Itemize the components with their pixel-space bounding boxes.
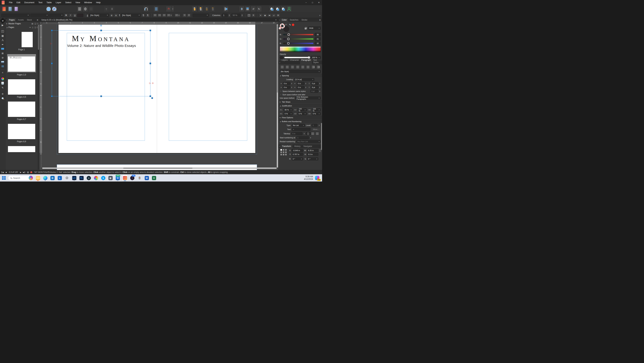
taskbar-clock[interactable]: 9:39 AM 4/12/2024 — [304, 176, 315, 180]
maximize-button[interactable]: □ — [309, 0, 316, 5]
menu-item[interactable]: View — [73, 0, 82, 5]
panel-tab[interactable]: Paragraph — [300, 58, 312, 64]
leading-button[interactable]: ▼ — [174, 14, 180, 17]
picture-frame-ellipse-tool[interactable]: ⊘ — [0, 56, 5, 60]
panel-scrollbar[interactable] — [321, 123, 322, 150]
panel-tab[interactable]: Stroke — [300, 18, 309, 22]
align-towards-spine-button[interactable] — [311, 65, 316, 69]
settings-icon[interactable]: ⚙ — [64, 175, 70, 181]
transparency-tool[interactable] — [0, 81, 5, 85]
panel-tab[interactable]: Navigator — [302, 144, 314, 148]
expand-arrow-icon[interactable]: ▶ — [6, 23, 8, 24]
character-style-select[interactable]: [No Style]▼ — [89, 14, 109, 17]
document-close-icon[interactable]: × — [275, 18, 276, 21]
stepper[interactable]: ▲▼ — [291, 86, 292, 89]
camera-app-icon[interactable]: ◎ — [86, 175, 91, 181]
creative-cloud-icon[interactable] — [94, 175, 98, 181]
font-style-select[interactable]: ▼ — [30, 14, 48, 17]
copilot-icon[interactable]: PRE — [315, 176, 320, 180]
search-box[interactable]: Search — [8, 176, 34, 180]
menu-item[interactable]: Select — [63, 0, 73, 5]
list-align-left-button[interactable] — [306, 132, 310, 135]
slider-knob[interactable] — [287, 38, 290, 40]
text-flow-tool[interactable] — [0, 64, 5, 68]
panel-tab[interactable]: Transform — [280, 144, 292, 148]
align-right-button[interactable] — [162, 14, 166, 17]
leading-select[interactable]: [12.4 pt]▼ — [294, 78, 314, 81]
columns-stepper[interactable]: ▲▼ — [228, 14, 230, 17]
geometry-add-button[interactable] — [269, 6, 274, 12]
photoshop-icon[interactable]: Ps — [79, 175, 84, 181]
underline-button[interactable]: U — [73, 14, 77, 17]
slider-knob[interactable] — [287, 42, 290, 44]
page-thumbnail[interactable] — [8, 146, 35, 154]
panel-tab[interactable]: Stock — [25, 18, 34, 22]
stepper[interactable]: ▲▼ — [310, 136, 312, 139]
rectangle-tool[interactable] — [0, 47, 5, 51]
word-spacing-max-field[interactable]: 133 %▼ — [312, 108, 321, 111]
picked-color-swatch[interactable] — [292, 24, 294, 26]
skype-icon[interactable]: S — [101, 175, 106, 181]
align-center-button[interactable] — [285, 65, 290, 69]
snapping-options-dropdown[interactable]: ▾ — [172, 6, 174, 12]
color-mode-select[interactable]: RGB▼ — [308, 26, 321, 30]
stepper[interactable]: ▲▼ — [319, 82, 321, 85]
table-tool[interactable]: ▦ — [0, 34, 5, 38]
no-color-icon[interactable] — [279, 27, 281, 30]
pen-tool[interactable]: ✒ — [0, 42, 5, 46]
height-input[interactable]: 5.5 in — [307, 153, 318, 156]
columns-input[interactable]: 1 — [222, 14, 228, 17]
width-input[interactable]: 8.25 in — [307, 149, 318, 152]
justify-left-button[interactable] — [295, 65, 300, 69]
menu-item[interactable]: Document — [22, 0, 36, 5]
link-dimensions-icon[interactable] — [320, 149, 321, 152]
rotation-handle[interactable] — [100, 25, 102, 26]
y-input[interactable]: 0.787 in — [292, 153, 303, 156]
outlook-icon[interactable]: O NEW — [115, 175, 120, 181]
rotation-select[interactable]: 0 °▼ — [292, 158, 303, 160]
character-reset-button[interactable]: a — [110, 14, 114, 17]
panel-tab[interactable]: Swatches — [288, 18, 300, 22]
last-spread-button[interactable]: ▶ — [22, 172, 25, 173]
bullets-numbering-section-header[interactable]: ◢Bullets and Numbering — [278, 120, 322, 123]
master-pages-row[interactable]: ▶ Master Pages ▤ ❏ — [6, 22, 40, 26]
color-value-input[interactable]: 35 — [315, 33, 321, 36]
word-icon[interactable]: W — [144, 175, 149, 181]
alignment-button[interactable] — [223, 6, 229, 12]
page-thumbnail[interactable]: My Montana Volume 2: Nature and Wildlife… — [7, 54, 36, 77]
transform-origin-button[interactable]: ⌖ — [259, 14, 263, 17]
ligatures-button[interactable]: fi — [252, 14, 256, 17]
font-size-select[interactable]: ▼ — [49, 14, 64, 17]
color-value-input[interactable]: 32 — [315, 42, 321, 45]
handle-top-left[interactable] — [51, 30, 52, 31]
zoom-tool[interactable] — [0, 96, 5, 100]
handle-top-right[interactable] — [150, 30, 151, 31]
revert-defaults-button[interactable] — [52, 6, 57, 12]
start-button[interactable] — [2, 176, 6, 180]
vertical-scrollbar[interactable] — [277, 24, 278, 168]
calculator-icon[interactable]: ▦ — [108, 175, 113, 181]
picture-frame-rectangle-tool[interactable]: ⊠ — [0, 51, 5, 55]
menu-item[interactable]: Layer — [54, 0, 64, 5]
node-tool[interactable]: ▶ — [0, 23, 5, 27]
document-tab[interactable]: Setup 8.25 x 11 [Modified] (86.7%) — [40, 19, 72, 21]
send-backward-button[interactable] — [198, 6, 203, 12]
stepper[interactable]: ▲▼ — [305, 82, 307, 85]
wrap-none-button[interactable] — [88, 6, 94, 12]
account-button[interactable] — [286, 6, 292, 12]
handle-mid-left[interactable] — [51, 62, 52, 64]
bring-forward-button[interactable] — [192, 6, 197, 12]
publisher-persona-button[interactable] — [1, 6, 7, 12]
duplicate-icon[interactable]: ❏ — [34, 26, 36, 28]
pages-list-icon[interactable]: ▤ — [27, 171, 29, 174]
l-app-icon[interactable]: L — [57, 175, 62, 181]
photo-persona-button[interactable] — [14, 6, 19, 12]
color-value-input[interactable]: 31 — [315, 37, 321, 41]
transform-origin-button[interactable]: ⟳ — [276, 14, 280, 17]
rotate-ccw-button[interactable]: ↺ — [250, 6, 256, 12]
bullet-list-button[interactable] — [182, 14, 186, 17]
list-align-right-button[interactable] — [315, 132, 320, 135]
align-left-button[interactable] — [153, 14, 157, 17]
last-line-indent-field[interactable]: 0 in — [297, 86, 304, 89]
previous-spread-button[interactable]: ◀ — [4, 172, 8, 173]
